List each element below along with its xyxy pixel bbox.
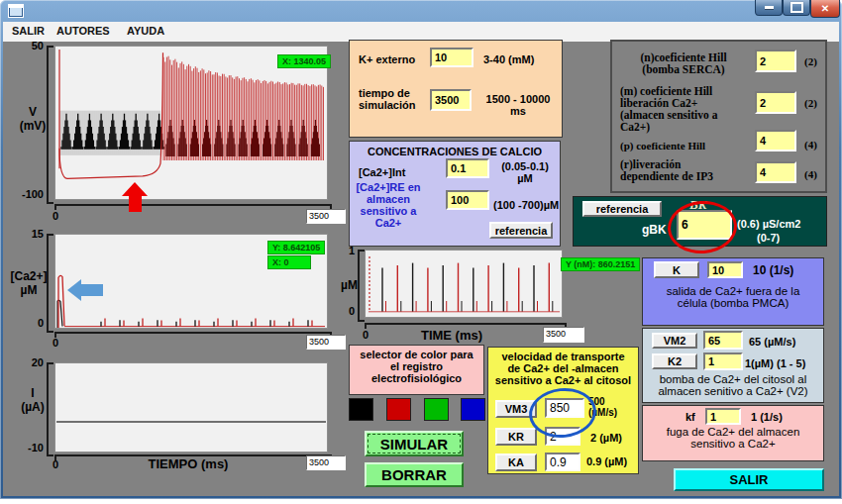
close-button[interactable]: ✕ <box>810 0 840 18</box>
ca-int-input[interactable] <box>446 158 489 178</box>
hill-r-label: (r)liveración dependiente de IP3 <box>620 158 755 182</box>
maximize-button[interactable] <box>783 0 810 16</box>
gbk-range: (0-7) <box>757 232 780 244</box>
tiempo-input[interactable] <box>430 89 472 111</box>
kf-ref: 1 (1/s) <box>751 411 783 423</box>
current-ymax-label: 20 <box>24 356 44 368</box>
store-ymin-label: 0 <box>345 305 355 317</box>
calcium-ymax-label: 15 <box>24 228 44 240</box>
red-up-arrow-icon <box>122 182 148 196</box>
store-plot[interactable] <box>365 250 563 318</box>
hill-r-input[interactable] <box>755 161 796 183</box>
voltage-ymax-label: 50 <box>20 40 44 51</box>
kr-ref: 2 (µM) <box>590 432 622 444</box>
store-waveform <box>366 251 562 318</box>
voltage-y-axis <box>47 46 53 204</box>
close-icon: ✕ <box>821 3 829 14</box>
store-cursor-y-badge: Y (nM): 860.2151 <box>561 257 640 271</box>
k-externo-input[interactable] <box>430 48 474 67</box>
referencia-button-calcio[interactable]: referencia <box>489 222 553 239</box>
vm2-ref: 65 (µM/s) <box>749 336 795 348</box>
blue-left-arrow-icon <box>67 279 81 301</box>
menu-salir[interactable]: SALIR <box>12 25 45 37</box>
serca-desc: bomba de Ca2+ del citosol al almacen sen… <box>644 373 822 397</box>
hill-r-ref: (4) <box>804 168 817 180</box>
gbk-label: gBK <box>642 223 667 237</box>
current-x-start: 0 <box>53 458 58 470</box>
hill-m-input[interactable] <box>755 91 796 114</box>
minimize-button[interactable] <box>755 0 783 16</box>
kr-button[interactable]: KR <box>495 428 537 446</box>
color-swatch-black[interactable] <box>349 398 373 421</box>
tiempo-label: tiempo de simulación <box>359 87 415 111</box>
current-x-end-box[interactable]: 3500 <box>306 455 346 470</box>
store-ymax-label: 1 <box>345 245 355 256</box>
gbk-input[interactable] <box>677 210 732 240</box>
kf-input[interactable] <box>705 408 741 425</box>
voltage-waveform <box>55 47 327 200</box>
current-plot[interactable] <box>54 362 328 453</box>
ka-button[interactable]: KA <box>495 454 537 471</box>
store-x-end-box[interactable]: 3500 <box>543 327 584 343</box>
borrar-button[interactable]: BORRAR <box>365 462 464 487</box>
vm2-input[interactable] <box>703 331 743 350</box>
simular-button[interactable]: SIMULAR <box>365 431 464 456</box>
k-button[interactable]: K <box>654 261 699 278</box>
tiempo-range: 1500 - 10000 ms <box>477 93 559 117</box>
k2-input[interactable] <box>703 353 743 370</box>
kf-label: kf <box>685 411 695 423</box>
pmca-desc: salida de Ca2+ fuera de la célula (bomba… <box>644 285 822 309</box>
calcium-y-axis <box>47 234 53 333</box>
voltage-x-axis <box>54 204 332 210</box>
current-xaxis-title: TIEMPO (ms) <box>119 456 258 471</box>
referencia-button-bk[interactable]: referencia <box>582 201 662 217</box>
k-ref: 10 (1/s) <box>753 263 793 277</box>
vm2-button[interactable]: VM2 <box>652 333 697 349</box>
hill-n-ref: (2) <box>804 55 817 67</box>
color-selector-title: selector de color para el registro elect… <box>350 349 483 384</box>
titlebar[interactable]: ✕ <box>0 0 842 22</box>
store-axis-label: µM <box>341 278 358 292</box>
current-ymin-label: -10 <box>18 442 44 454</box>
leak-desc: fuga de Ca2+ del almacen sensitivo a Ca2… <box>644 426 822 450</box>
color-swatch-blue[interactable] <box>461 398 485 421</box>
k2-ref: 1(µM) (1 - 5) <box>745 357 805 369</box>
menu-ayuda[interactable]: AYUDA <box>127 25 164 37</box>
voltage-x-end-box[interactable]: 3500 <box>306 209 346 224</box>
hill-p-input[interactable] <box>755 130 796 151</box>
maximize-icon <box>790 2 803 13</box>
concentraciones-title: CONCENTRACIONES DE CALCIO <box>351 146 559 157</box>
transporte-title: velocidad de transporte de Ca2+ del -alm… <box>488 351 638 386</box>
red-up-arrow-shaft <box>129 195 142 212</box>
ka-input[interactable] <box>545 453 580 471</box>
menu-autores[interactable]: AUTORES <box>56 25 110 37</box>
calcium-x-start: 0 <box>53 337 58 349</box>
calcium-x-end-box[interactable]: 3500 <box>306 335 346 350</box>
calcium-cursor-x-badge: X: 0 <box>267 255 311 269</box>
voltage-plot[interactable] <box>54 46 328 200</box>
color-swatch-green[interactable] <box>424 398 449 421</box>
calcium-cursor-y-badge: Y: 8.642105 <box>267 241 325 254</box>
store-x-start: 0 <box>363 329 368 341</box>
vm3-input[interactable] <box>545 398 584 418</box>
ca-re-label: [Ca2+]RE en almacen sensitivo a Ca2+ <box>351 181 426 229</box>
ca-int-label: [Ca2+]Int <box>359 166 405 178</box>
store-xaxis-title: TIME (ms) <box>404 328 499 343</box>
current-y-axis <box>47 362 53 456</box>
k2-button[interactable]: K2 <box>652 353 697 369</box>
k-input[interactable] <box>707 261 743 278</box>
salir-button[interactable]: SALIR <box>674 468 824 491</box>
voltage-x-start: 0 <box>53 210 58 222</box>
ca-int-range: (0.05-0.1) µM <box>493 160 557 184</box>
color-swatch-red[interactable] <box>386 398 411 421</box>
vm3-button[interactable]: VM3 <box>495 400 537 418</box>
screen: ✕ SALIR AUTORES AYUDA 50 -100 V (mV) X: … <box>0 0 842 504</box>
hill-n-input[interactable] <box>755 50 796 72</box>
hill-p-ref: (4) <box>804 139 817 151</box>
ca-re-range: (100 -700)µM <box>493 199 559 211</box>
k-externo-label: K+ externo <box>359 53 415 65</box>
ca-re-input[interactable] <box>446 190 489 210</box>
calcium-ymin-label: 0 <box>32 317 44 329</box>
kr-input[interactable] <box>545 427 580 446</box>
blue-left-arrow-shaft <box>81 284 103 296</box>
